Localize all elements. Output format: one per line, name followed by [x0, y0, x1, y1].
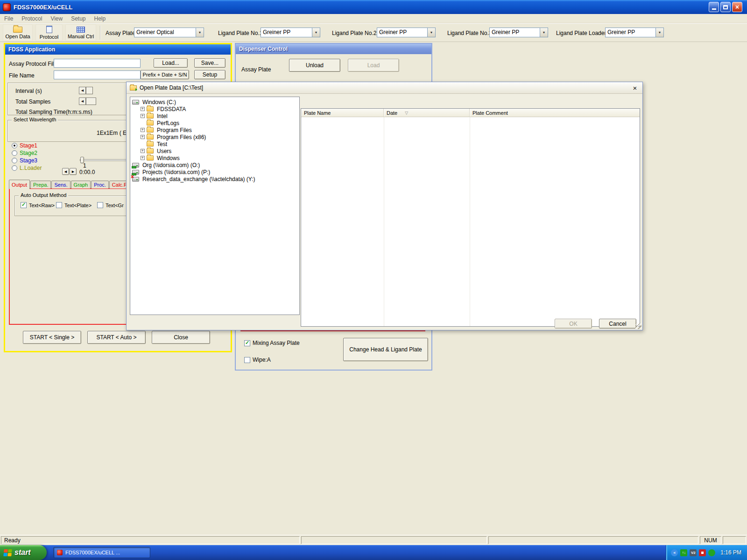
- minimize-button[interactable]: [709, 2, 719, 12]
- text-plate-checkbox[interactable]: Text<Plate>: [56, 202, 92, 208]
- assay-protocol-file-input[interactable]: [54, 59, 141, 68]
- dropdown-arrow-icon[interactable]: ▼: [427, 28, 435, 37]
- tab-output[interactable]: Output: [9, 180, 30, 189]
- dropdown-arrow-icon[interactable]: ▼: [540, 28, 548, 37]
- resize-grip[interactable]: [635, 323, 641, 329]
- file-name-input[interactable]: [54, 70, 141, 79]
- ligand-plate-loader-combo[interactable]: Greiner PP ▼: [605, 28, 664, 37]
- ligand-plate-1-combo[interactable]: Greiner PP ▼: [261, 28, 320, 37]
- tray-vnc-icon[interactable]: V2: [690, 549, 697, 556]
- expand-plus-icon[interactable]: [141, 107, 145, 111]
- expand-plus-icon[interactable]: [141, 128, 145, 132]
- tree-item-fdssdata[interactable]: FDSSDATA: [130, 105, 299, 112]
- dispenser-titlebar[interactable]: Dispenser Control: [236, 44, 431, 54]
- spin-left-icon[interactable]: ◀: [79, 87, 86, 94]
- time-back-button[interactable]: ◀: [62, 168, 69, 175]
- column-date[interactable]: Date ▽: [384, 109, 470, 117]
- auto-output-method-caption: Auto Output Method: [19, 192, 68, 198]
- unload-button[interactable]: Unload: [289, 59, 340, 72]
- dropdown-arrow-icon[interactable]: ▼: [196, 28, 204, 37]
- expand-plus-icon[interactable]: [141, 149, 145, 153]
- save-button[interactable]: Save...: [194, 58, 226, 68]
- tab-sens[interactable]: Sens.: [51, 181, 70, 189]
- start-single-button[interactable]: START < Single >: [23, 331, 81, 344]
- protocol-button[interactable]: Protocol: [35, 24, 63, 41]
- spin-left-icon[interactable]: ◀: [79, 98, 86, 105]
- dropdown-arrow-icon[interactable]: ▼: [312, 28, 320, 37]
- dropdown-arrow-icon[interactable]: ▼: [655, 28, 663, 37]
- tree-item-program-files[interactable]: Program Files: [130, 126, 299, 133]
- tree-item-windows-c[interactable]: Windows (C:): [130, 98, 299, 105]
- tab-proc[interactable]: Proc.: [91, 181, 109, 189]
- tray-alert-icon[interactable]: [699, 549, 706, 556]
- start-auto-button[interactable]: START < Auto >: [87, 331, 146, 344]
- taskbar-task-fdss[interactable]: FDSS7000EX/uCELL ...: [53, 547, 150, 558]
- plate-list-body[interactable]: [301, 117, 640, 326]
- ligand-plate-2-combo[interactable]: Greiner PP ▼: [377, 28, 436, 37]
- main-titlebar[interactable]: FDSS7000EX/uCELL ×: [0, 0, 747, 14]
- wipe-a-checkbox[interactable]: Wipe:A: [244, 357, 271, 363]
- text-raw-checkbox[interactable]: Text<Raw>: [21, 202, 55, 208]
- tree-item-windows-folder[interactable]: Windows: [130, 154, 299, 161]
- ligand-plate-3-combo[interactable]: Greiner PP ▼: [489, 28, 548, 37]
- setup-button[interactable]: Setup: [194, 70, 226, 79]
- time-forward-button[interactable]: ▶: [70, 168, 77, 175]
- expand-plus-icon[interactable]: [141, 135, 145, 139]
- total-samples-spinner[interactable]: ◀: [79, 98, 96, 105]
- tree-item-program-files-x86[interactable]: Program Files (x86): [130, 133, 299, 140]
- ok-button[interactable]: OK: [555, 319, 592, 329]
- l-loader-label: L.Loader: [20, 165, 42, 171]
- tree-item-users[interactable]: Users: [130, 147, 299, 154]
- tree-item-test[interactable]: Test: [130, 140, 299, 147]
- load-plate-button[interactable]: Load: [348, 59, 399, 72]
- assay-plate-combo[interactable]: Greiner Optical ▼: [134, 28, 204, 37]
- tree-item-research-data-exchange-drive[interactable]: Research_data_exchange (\\actelchdata) (…: [130, 175, 299, 182]
- tree-item-intel[interactable]: Intel: [130, 112, 299, 119]
- column-plate-comment[interactable]: Plate Comment: [470, 109, 640, 117]
- spin-thumb[interactable]: [86, 98, 96, 105]
- tree-item-org-drive[interactable]: Org (\\idorsia.com) (O:): [130, 161, 299, 168]
- cancel-button[interactable]: Cancel: [599, 319, 636, 329]
- dialog-close-button[interactable]: ×: [631, 84, 639, 92]
- menu-help[interactable]: Help: [90, 14, 110, 23]
- tab-prepa[interactable]: Prepa.: [30, 181, 51, 189]
- tray-status-icon[interactable]: [708, 549, 715, 556]
- start-button[interactable]: start: [0, 545, 47, 560]
- tree-item-projects-drive[interactable]: Projects (\\idorsia.com) (P:): [130, 168, 299, 175]
- menu-protocol[interactable]: Protocol: [17, 14, 46, 23]
- stage3-radio[interactable]: Stage3: [12, 157, 37, 164]
- radio-icon: [12, 165, 17, 171]
- close-button[interactable]: ×: [732, 2, 742, 12]
- tree-item-perflogs[interactable]: PerfLogs: [130, 119, 299, 126]
- expand-plus-icon[interactable]: [141, 114, 145, 118]
- l-loader-radio[interactable]: L.Loader: [12, 165, 42, 171]
- network-drive-disconnected-icon: [132, 177, 139, 182]
- menu-file[interactable]: File: [0, 14, 17, 23]
- stage2-radio[interactable]: Stage2: [12, 150, 37, 156]
- fdss-titlebar[interactable]: FDSS Application: [5, 44, 231, 55]
- tray-network-icon[interactable]: ↑↓: [680, 549, 687, 556]
- total-sampling-time-label: Total Sampling Time(h:m:s.ms): [15, 109, 92, 115]
- interval-spinner[interactable]: ◀: [79, 87, 93, 94]
- stage-slider-track[interactable]: [80, 159, 127, 161]
- text-graph-checkbox[interactable]: Text<Gr: [97, 202, 124, 208]
- manual-ctrl-button[interactable]: Manual Ctrl: [65, 24, 96, 41]
- mixing-assay-plate-checkbox[interactable]: Mixing Assay Plate: [244, 340, 300, 346]
- taskbar-clock[interactable]: 1:16 PM: [720, 549, 741, 556]
- tab-graph[interactable]: Graph: [71, 181, 91, 189]
- fdss-close-button[interactable]: Close: [152, 331, 210, 344]
- menu-view[interactable]: View: [46, 14, 67, 23]
- dialog-titlebar[interactable]: Open Plate Data [C:\Test] ×: [127, 82, 642, 94]
- wavelength-group-caption: Select Wavelength: [12, 117, 58, 122]
- open-data-button[interactable]: Open Data: [3, 24, 33, 41]
- menu-setup[interactable]: Setup: [67, 14, 90, 23]
- spin-thumb[interactable]: [86, 87, 93, 94]
- change-head-ligand-plate-button[interactable]: Change Head & Ligand Plate: [343, 338, 428, 361]
- load-button[interactable]: Load...: [154, 58, 188, 68]
- maximize-button[interactable]: [720, 2, 731, 12]
- column-plate-name[interactable]: Plate Name: [301, 109, 384, 117]
- tray-collapse-icon[interactable]: <: [671, 549, 678, 556]
- expand-plus-icon[interactable]: [141, 156, 145, 160]
- prefix-date-sn-button[interactable]: Prefix + Date + S/N: [141, 70, 189, 79]
- stage1-radio[interactable]: Stage1: [12, 142, 37, 149]
